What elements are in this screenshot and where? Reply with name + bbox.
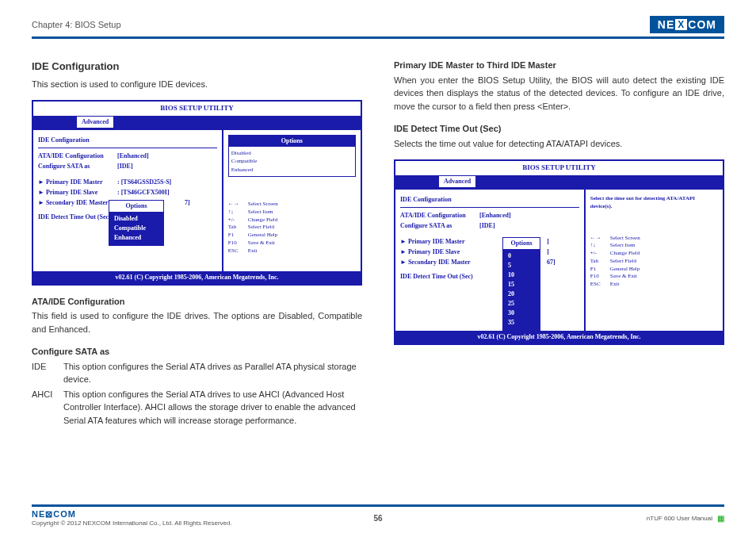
bios-heading: IDE Configuration: [38, 136, 217, 148]
page-number: 56: [373, 514, 382, 523]
footer-logo: NE⊠COM: [32, 509, 232, 520]
def-ide: IDE: [32, 360, 63, 386]
bios-title-2: BIOS SETUP UTILITY: [395, 161, 723, 175]
bios-copyright: v02.61 (C) Copyright 1985-2006, American…: [33, 271, 361, 284]
right-column: Primary IDE Master to Third IDE Master W…: [394, 59, 724, 428]
secondary-ide-master: ► Secondary IDE Master: [38, 198, 117, 208]
primary-master-heading: Primary IDE Master to Third IDE Master: [394, 59, 724, 72]
primary-ide-master: ► Primary IDE Master: [38, 178, 117, 187]
nexcom-logo: NEXCOM: [650, 16, 724, 33]
help-keys-2: ←→Select Screen↑↓Select Item+/-Change Fi…: [590, 235, 718, 290]
chapter-label: Chapter 4: BIOS Setup: [32, 20, 121, 29]
bios-title: BIOS SETUP UTILITY: [33, 102, 361, 116]
ata-config-heading: ATA/IDE Configuration: [32, 295, 362, 309]
sata-heading: Configure SATA as: [32, 345, 362, 359]
primary-ide-slave: ► Primary IDE Slave: [38, 188, 117, 197]
left-column: IDE Configuration This section is used t…: [32, 59, 362, 428]
page-footer: NE⊠COM Copyright © 2012 NEXCOM Internati…: [32, 504, 724, 527]
manual-name: nTUF 600 User Manual: [647, 515, 712, 522]
footer-copyright: Copyright © 2012 NEXCOM International Co…: [32, 520, 232, 527]
ata-config-body: This field is used to configure the IDE …: [32, 309, 362, 336]
help-text: Select the time out for detecting ATA/AT…: [590, 194, 718, 211]
bios-tabs-2: Advanced: [395, 175, 723, 188]
section-title: IDE Configuration: [32, 59, 362, 75]
tab-advanced: Advanced: [77, 117, 113, 128]
options-popup-2: Options 05101520253035: [502, 237, 540, 331]
bios-screenshot-1: BIOS SETUP UTILITY Advanced IDE Configur…: [32, 100, 362, 286]
primary-master-body: When you enter the BIOS Setup Utility, t…: [394, 74, 724, 113]
ata-ide-config-label: ATA/IDE Configuration: [38, 151, 117, 161]
help-keys: ←→Select Screen↑↓Select Item+/-Change Fi…: [228, 201, 356, 255]
plus-icon: ▦: [717, 514, 724, 523]
def-ahci: AHCI: [32, 388, 63, 428]
configure-sata-label: Configure SATA as: [38, 162, 117, 171]
options-popup-1: Options Disabled Compatible Enhanced: [109, 200, 164, 246]
detect-timeout-body: Selects the time out value for detecting…: [394, 137, 724, 151]
bios-tabs: Advanced: [33, 116, 361, 128]
ide-detect-timeout: IDE Detect Time Out (Sec): [38, 213, 111, 220]
page-header: Chapter 4: BIOS Setup NEXCOM: [32, 16, 724, 39]
options-panel: Options Disabled Compatible Enhanced: [228, 135, 356, 178]
intro-text: This section is used to configure IDE de…: [32, 78, 362, 91]
bios-screenshot-2: BIOS SETUP UTILITY Advanced IDE Configur…: [394, 159, 724, 345]
detect-timeout-heading: IDE Detect Time Out (Sec): [394, 122, 724, 136]
